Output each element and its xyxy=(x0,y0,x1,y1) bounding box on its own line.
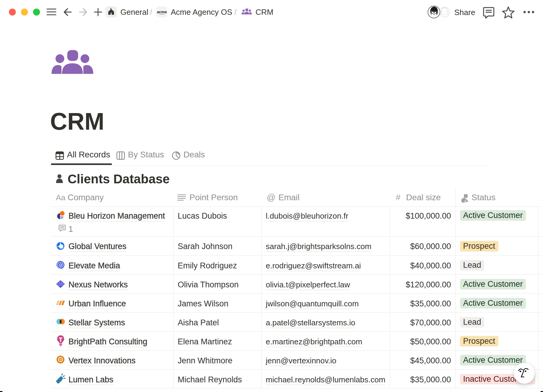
svg-text:acme: acme xyxy=(157,10,167,14)
